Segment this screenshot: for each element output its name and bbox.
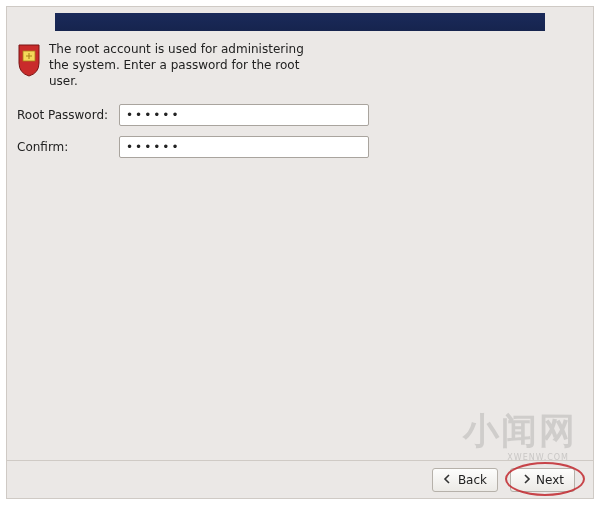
footer-bar: Back Next <box>7 460 593 498</box>
next-button[interactable]: Next <box>510 468 575 492</box>
intro-row: The root account is used for administeri… <box>17 41 583 90</box>
intro-text: The root account is used for administeri… <box>49 41 309 90</box>
content-area: The root account is used for administeri… <box>17 41 583 168</box>
arrow-left-icon <box>443 473 453 487</box>
watermark-text: 小闻网 <box>463 407 577 456</box>
confirm-row: Confirm: <box>17 136 583 158</box>
back-button[interactable]: Back <box>432 468 498 492</box>
next-button-label: Next <box>536 473 564 487</box>
root-password-label: Root Password: <box>17 108 113 122</box>
shield-icon <box>17 43 41 77</box>
header-banner <box>55 13 545 31</box>
arrow-right-icon <box>521 473 531 487</box>
confirm-input[interactable] <box>119 136 369 158</box>
back-button-label: Back <box>458 473 487 487</box>
root-password-row: Root Password: <box>17 104 583 126</box>
dialog-window: The root account is used for administeri… <box>6 6 594 499</box>
confirm-label: Confirm: <box>17 140 113 154</box>
root-password-input[interactable] <box>119 104 369 126</box>
